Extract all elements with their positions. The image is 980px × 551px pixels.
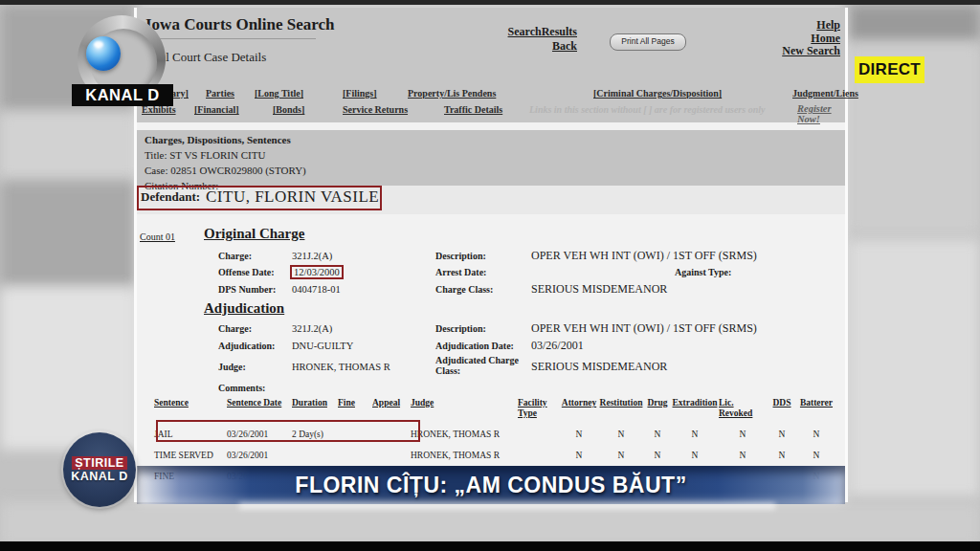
stirile-kanal-d-wordmark: KANAL D <box>71 470 128 484</box>
nav-note: Links in this section without [ ] are fo… <box>529 104 795 115</box>
charges-section-title: Charges, Dispositions, Sentences <box>145 132 291 147</box>
news-banner: FLORIN CÎȚU: „AM CONDUS BĂUT” <box>137 466 845 504</box>
header-right-links: Help Home New Search <box>725 19 840 58</box>
arrest-date-label: Arrest Date: <box>435 267 486 277</box>
sentence-row-time-served: TIME SERVED 03/26/2001 HRONEK, THOMAS R … <box>154 451 843 461</box>
col-judge: Judge <box>411 398 518 419</box>
backdrop-blob <box>848 5 980 41</box>
back-link[interactable]: Back <box>489 39 577 54</box>
home-link[interactable]: Home <box>725 33 840 46</box>
adj-charge-label: Charge: <box>218 323 252 334</box>
nav-bonds[interactable]: [Bonds] <box>273 104 304 115</box>
register-now-link[interactable]: Register Now! <box>797 103 845 124</box>
case-title-line: Title: ST VS FLORIN CITU <box>145 147 265 163</box>
print-all-pages-button[interactable]: Print All Pages <box>610 33 686 51</box>
tv-bottom-bar <box>0 541 980 551</box>
nav-service-returns[interactable]: Service Returns <box>343 104 408 115</box>
backdrop-blob <box>848 239 980 497</box>
adjudication-value: DNU-GUILTY <box>292 341 353 351</box>
search-results-link[interactable]: SearchResults <box>489 25 577 39</box>
charge-class-label: Charge Class: <box>435 284 493 295</box>
col-appeal: Appeal <box>372 398 411 419</box>
nav-judgment-liens[interactable]: Judgment/Liens <box>792 88 858 99</box>
col-batterer: Batterer <box>797 398 835 419</box>
description-value: OPER VEH WH INT (OWI) / 1ST OFF (SRMS) <box>531 249 757 263</box>
adjudicated-class-label: Adjudicated Charge Class: <box>435 355 523 376</box>
adjudication-date-label: Adjudication Date: <box>435 341 514 351</box>
backdrop-blob <box>0 182 137 287</box>
court-page: Iowa Courts Online Search Trial Court Ca… <box>137 8 845 502</box>
nav-parties[interactable]: Parties <box>206 88 234 99</box>
nav-traffic-details[interactable]: Traffic Details <box>444 104 502 115</box>
offense-date-label: Offense Date: <box>218 267 275 277</box>
defendant-name: CITU, FLORIN VASILE <box>206 187 379 207</box>
new-search-link[interactable]: New Search <box>725 45 840 58</box>
direct-badge: DIRECT <box>855 56 924 83</box>
against-type-label: Against Type: <box>675 267 731 277</box>
col-restitution: Restitution <box>598 398 644 419</box>
defendant-label: Defendant: <box>141 189 200 205</box>
header-center-links: SearchResults Back <box>489 25 577 54</box>
nav-financial[interactable]: [Financial] <box>194 104 239 115</box>
nav-property-lis-pendens[interactable]: Property/Lis Pendens <box>408 88 496 99</box>
dps-number-label: DPS Number: <box>218 284 276 295</box>
col-attorney: Attorney <box>560 398 598 419</box>
adjudication-heading: Adjudication <box>204 300 284 317</box>
col-duration: Duration <box>292 398 338 419</box>
adjudication-label: Adjudication: <box>218 341 275 351</box>
charge-value: 321J.2(A) <box>292 251 332 261</box>
offense-date-value: 12/03/2000 <box>290 265 344 279</box>
news-headline: FLORIN CÎȚU: „AM CONDUS BĂUT” <box>295 473 686 498</box>
nav-filings[interactable]: [Filings] <box>343 88 377 99</box>
kanal-d-logo: KANAL D <box>57 11 182 109</box>
col-dds: DDS <box>767 398 797 419</box>
help-link[interactable]: Help <box>725 19 840 33</box>
jail-row-highlight-box <box>156 420 420 442</box>
charge-class-value: SERIOUS MISDEMEANOR <box>531 282 667 297</box>
original-charge-heading: Original Charge <box>204 226 304 242</box>
col-facility-type: Facility Type <box>518 398 560 419</box>
tv-top-bar <box>0 0 980 5</box>
adj-description-value: OPER VEH WH INT (OWI) / 1ST OFF (SRMS) <box>531 321 757 336</box>
adjudicated-class-value: SERIOUS MISDEMEANOR <box>531 360 667 374</box>
kanal-d-wordmark: KANAL D <box>72 84 173 106</box>
comments-label: Comments: <box>218 383 265 393</box>
stirile-kanal-d-logo: ȘTIRILE KANAL D <box>63 432 136 507</box>
backdrop-blob <box>0 287 137 450</box>
col-sentence-date: Sentence Date <box>227 398 292 419</box>
case-number-line: Case: 02851 OWCR029800 (STORY) <box>145 163 306 178</box>
col-sentence: Sentence <box>154 398 227 419</box>
charge-label: Charge: <box>218 251 252 261</box>
description-label: Description: <box>435 251 486 261</box>
adj-description-label: Description: <box>435 323 486 334</box>
adj-charge-value: 321J.2(A) <box>292 323 332 334</box>
judge-value: HRONEK, THOMAS R <box>292 362 390 372</box>
kanal-d-globe-icon <box>86 36 121 71</box>
adjudication-date-value: 03/26/2001 <box>531 339 584 353</box>
sentence-table-header: Sentence Sentence Date Duration Fine App… <box>154 398 843 419</box>
judge-label: Judge: <box>218 362 246 372</box>
nav-criminal-charges[interactable]: [Criminal Charges/Disposition] <box>593 88 722 99</box>
backdrop-blob <box>0 113 137 180</box>
banner-glow <box>239 503 775 509</box>
dps-number-value: 0404718-01 <box>292 284 341 295</box>
col-lic-revoked: Lic. Revoked <box>719 398 767 419</box>
nav-long-title[interactable]: [Long Title] <box>255 88 303 99</box>
col-extradition: Extradition <box>671 398 719 419</box>
stirile-wordmark: ȘTIRILE <box>72 456 126 470</box>
col-drug: Drug <box>644 398 671 419</box>
count-01-link[interactable]: Count 01 <box>140 231 175 242</box>
col-fine: Fine <box>338 398 372 419</box>
